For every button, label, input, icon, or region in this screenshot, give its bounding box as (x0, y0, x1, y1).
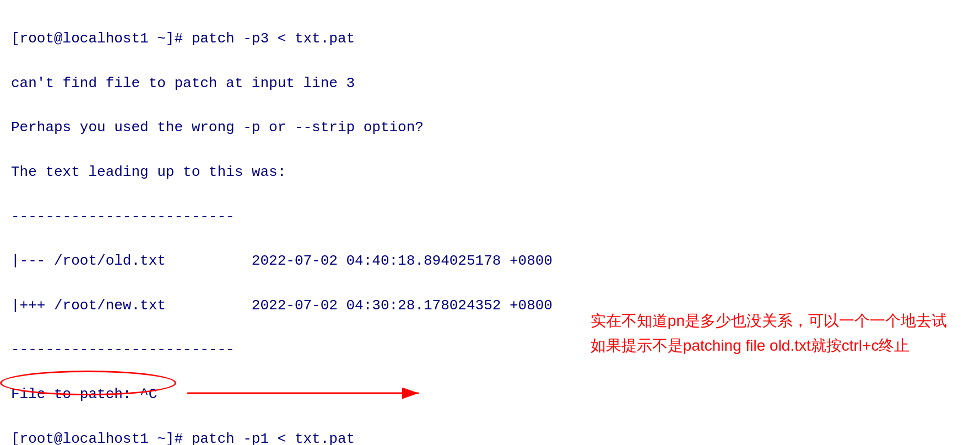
line-10: [root@localhost1 ~]# patch -p1 < txt.pat (11, 431, 355, 445)
line-1: [root@localhost1 ~]# patch -p3 < txt.pat (11, 30, 355, 47)
annotation-line2: 如果提示不是patching file old.txt就按ctrl+c终止 (591, 334, 947, 358)
line-7: |+++ /root/new.txt 2022-07-02 04:30:28.1… (11, 297, 553, 314)
line-4: The text leading up to this was: (11, 164, 286, 180)
line-2: can't find file to patch at input line 3 (11, 75, 355, 92)
line-9: File to patch: ^C (11, 386, 157, 403)
annotation-box: 实在不知道pn是多少也没关系，可以一个一个地去试 如果提示不是patching … (591, 309, 947, 358)
terminal-output: [root@localhost1 ~]# patch -p3 < txt.pat… (11, 6, 969, 445)
arrow-icon (187, 379, 430, 407)
line-6: |--- /root/old.txt 2022-07-02 04:40:18.8… (11, 253, 553, 269)
line-8: -------------------------- (11, 341, 235, 358)
line-5: -------------------------- (11, 208, 235, 225)
line-3: Perhaps you used the wrong -p or --strip… (11, 119, 424, 136)
annotation-line1: 实在不知道pn是多少也没关系，可以一个一个地去试 (591, 309, 947, 334)
